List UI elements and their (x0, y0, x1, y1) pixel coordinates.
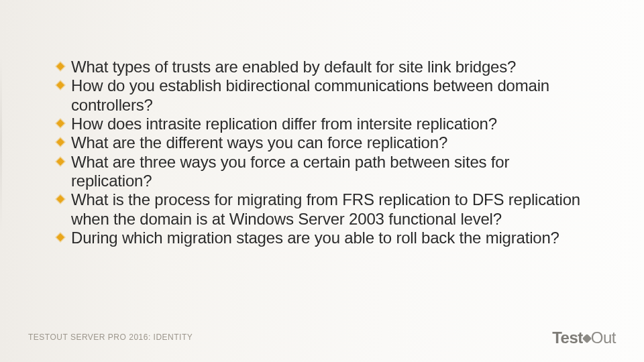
diamond-bullet-icon (55, 61, 66, 72)
bullet-text: How does intrasite replication differ fr… (71, 115, 497, 133)
diamond-bullet-icon (55, 80, 66, 90)
bullet-text: What is the process for migrating from F… (71, 190, 580, 227)
svg-marker-13 (56, 233, 64, 241)
diamond-bullet-icon (55, 156, 66, 167)
bullet-text: What types of trusts are enabled by defa… (71, 58, 516, 76)
list-item: What are three ways you force a certain … (55, 153, 590, 191)
diamond-bullet-icon (55, 232, 66, 243)
bullet-text: What are the different ways you can forc… (71, 133, 447, 152)
slide: What types of trusts are enabled by defa… (0, 0, 644, 362)
brand-logo: TestOut (552, 328, 616, 347)
list-item: What types of trusts are enabled by defa… (55, 58, 590, 76)
svg-marker-7 (56, 138, 64, 146)
bullet-list: What types of trusts are enabled by defa… (55, 58, 590, 247)
svg-marker-9 (56, 158, 64, 166)
brand-logo-bold: Test (552, 328, 583, 347)
list-item: What is the process for migrating from F… (55, 190, 590, 229)
list-item: During which migration stages are you ab… (55, 229, 590, 247)
brand-logo-dot-icon (582, 334, 592, 343)
list-item: What are the different ways you can forc… (55, 133, 590, 152)
diamond-bullet-icon (55, 118, 66, 129)
bullet-text: During which migration stages are you ab… (71, 229, 559, 247)
list-item: How does intrasite replication differ fr… (55, 115, 590, 133)
svg-marker-1 (56, 62, 64, 70)
left-accent-strip (0, 58, 2, 232)
brand-logo-light: Out (591, 328, 616, 347)
svg-marker-5 (56, 119, 64, 127)
diamond-bullet-icon (55, 194, 66, 204)
list-item: How do you establish bidirectional commu… (55, 76, 590, 115)
bullet-text: How do you establish bidirectional commu… (71, 76, 549, 113)
diamond-bullet-icon (55, 137, 66, 147)
bullet-text: What are three ways you force a certain … (71, 153, 509, 190)
svg-marker-3 (56, 81, 64, 89)
footer-course-title: TESTOUT SERVER PRO 2016: IDENTITY (28, 333, 193, 342)
svg-marker-11 (56, 195, 64, 203)
